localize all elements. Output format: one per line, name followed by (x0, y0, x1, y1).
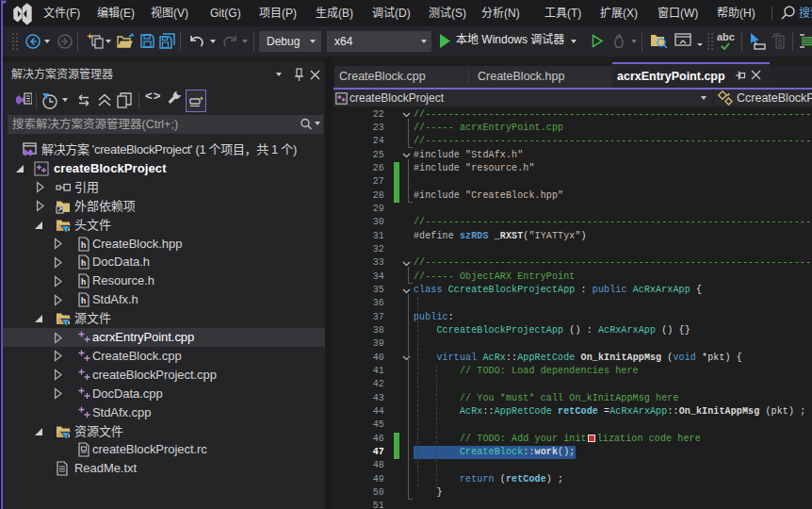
svg-text:h: h (81, 258, 86, 268)
svg-text:h: h (81, 296, 86, 305)
svg-text:h: h (81, 277, 86, 287)
svg-text:h: h (81, 240, 86, 250)
